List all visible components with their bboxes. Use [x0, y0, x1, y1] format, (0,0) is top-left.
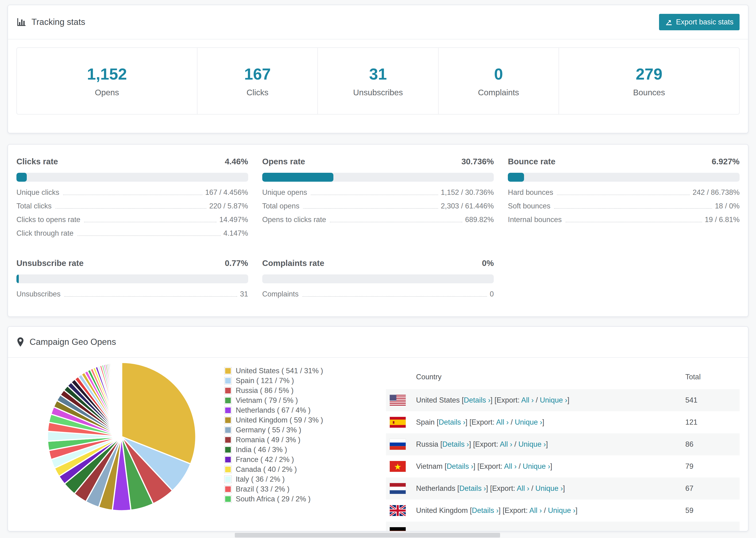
- campaign-geo-title: Campaign Geo Opens: [29, 337, 116, 347]
- bracket-text: ]: [546, 440, 548, 448]
- legend-item: Italy ( 36 / 2% ): [225, 476, 356, 483]
- rate-row-value: 0: [490, 290, 494, 298]
- rate-title: Unsubscribe rate: [17, 258, 83, 268]
- details-link[interactable]: Details ›: [447, 462, 473, 470]
- tracking-stats-card: Tracking stats Export basic stats 1,152O…: [8, 5, 748, 133]
- table-row-partial-de: [386, 521, 739, 531]
- legend-swatch: [225, 377, 232, 384]
- slash-text: /: [534, 396, 540, 404]
- rate-percent: 4.46%: [225, 157, 248, 166]
- legend-label: France ( 42 / 2% ): [236, 456, 294, 464]
- dotted-leader: [64, 296, 237, 297]
- dotted-leader: [55, 208, 206, 209]
- export-unique-link[interactable]: Unique ›: [514, 418, 542, 426]
- details-link[interactable]: Details ›: [464, 396, 490, 404]
- slash-text: /: [509, 418, 515, 426]
- country-flag-gb: [390, 505, 406, 516]
- progress-bar: [17, 173, 248, 182]
- rate-row: Unique opens1,152 / 30.736%: [262, 188, 494, 197]
- export-unique-link[interactable]: Unique ›: [518, 440, 546, 448]
- country-name: Spain: [416, 418, 437, 426]
- rate-row-value: 242 / 86.738%: [693, 188, 739, 197]
- export-unique-link[interactable]: Unique ›: [540, 396, 567, 404]
- rate-row-label: Opens to clicks rate: [262, 215, 326, 224]
- dotted-leader: [330, 222, 462, 222]
- rate-block-complaints-rate: Complaints rate0%Complaints0: [262, 258, 494, 298]
- export-unique-link[interactable]: Unique ›: [523, 462, 550, 470]
- tracking-stats-title-group: Tracking stats: [17, 17, 85, 27]
- stat-value: 167: [244, 65, 271, 83]
- geo-legend: United States ( 541 / 31% )Spain ( 121 /…: [225, 365, 356, 505]
- export-unique-link[interactable]: Unique ›: [535, 484, 563, 493]
- country-flag-es: [390, 417, 406, 428]
- slash-text: /: [542, 506, 548, 514]
- pie-slice-other[interactable]: [121, 362, 122, 437]
- stat-value: 0: [494, 65, 503, 83]
- total-cell: 59: [685, 506, 736, 515]
- details-link[interactable]: Details ›: [442, 440, 469, 448]
- campaign-geo-body: United States ( 541 / 31% )Spain ( 121 /…: [8, 358, 748, 531]
- export-basic-stats-button[interactable]: Export basic stats: [659, 14, 739, 30]
- country-name: United States: [416, 396, 462, 404]
- rate-rows: Unsubscribes31: [17, 290, 248, 298]
- legend-label: Netherlands ( 67 / 4% ): [236, 406, 311, 414]
- rate-title: Opens rate: [262, 157, 305, 166]
- slash-text: /: [529, 484, 535, 493]
- export-icon: [665, 18, 673, 26]
- legend-label: Spain ( 121 / 7% ): [236, 377, 294, 385]
- horizontal-scrollbar[interactable]: [235, 533, 500, 538]
- country-cell: United Kingdom [Details ›] [Export: All …: [416, 506, 685, 515]
- rate-percent: 0.77%: [225, 258, 248, 268]
- country-cell: Vietnam [Details ›] [Export: All › / Uni…: [416, 462, 685, 471]
- legend-item: United Kingdom ( 59 / 3% ): [225, 416, 356, 424]
- bracket-text: [: [470, 506, 472, 514]
- export-all-link[interactable]: All ›: [500, 440, 512, 448]
- country-flag-ru: [390, 439, 406, 450]
- rate-percent: 6.927%: [712, 157, 739, 166]
- country-name: Vietnam: [416, 462, 445, 470]
- dotted-leader: [303, 208, 438, 209]
- details-link[interactable]: Details ›: [459, 484, 486, 493]
- export-all-link[interactable]: All ›: [521, 396, 534, 404]
- rate-row: Opens to clicks rate689.82%: [262, 215, 494, 224]
- details-link[interactable]: Details ›: [439, 418, 465, 426]
- country-name: Russia: [416, 440, 440, 448]
- details-link[interactable]: Details ›: [472, 506, 499, 514]
- rate-row-value: 19 / 6.81%: [705, 215, 739, 224]
- progress-fill: [262, 173, 333, 182]
- export-all-link[interactable]: All ›: [529, 506, 542, 514]
- legend-item: Vietnam ( 79 / 5% ): [225, 397, 356, 404]
- rate-rows: Unique clicks167 / 4.456%Total clicks220…: [17, 188, 248, 238]
- slash-text: /: [516, 462, 523, 470]
- export-unique-link[interactable]: Unique ›: [548, 506, 575, 514]
- country-cell: United States [Details ›] [Export: All ›…: [416, 396, 685, 404]
- bracket-text: [: [440, 440, 442, 448]
- page-title: Tracking stats: [31, 17, 85, 27]
- rate-row: Soft bounces18 / 0%: [508, 202, 739, 210]
- legend-label: Vietnam ( 79 / 5% ): [236, 396, 298, 405]
- rate-block-opens-rate: Opens rate30.736%Unique opens1,152 / 30.…: [262, 157, 494, 224]
- legend-item: Canada ( 40 / 2% ): [225, 466, 356, 473]
- stat-label: Bounces: [633, 88, 665, 97]
- rate-row: Total opens2,303 / 61.446%: [262, 202, 494, 210]
- flag-column-spacer: [390, 372, 406, 382]
- legend-swatch: [225, 387, 232, 394]
- legend-item: Russia ( 86 / 5% ): [225, 387, 356, 394]
- summary-stat-complaints: 0Complaints: [438, 48, 559, 114]
- export-all-link[interactable]: All ›: [504, 462, 516, 470]
- export-all-link[interactable]: All ›: [496, 418, 509, 426]
- export-all-link[interactable]: All ›: [517, 484, 529, 493]
- total-cell: 86: [685, 440, 736, 449]
- export-prefix-text: ] [Export:: [499, 506, 529, 514]
- dotted-leader: [311, 194, 438, 195]
- table-row-es: Spain [Details ›] [Export: All › / Uniqu…: [386, 411, 739, 433]
- legend-swatch: [225, 407, 232, 414]
- legend-item: India ( 46 / 3% ): [225, 446, 356, 454]
- dotted-leader: [302, 296, 487, 297]
- country-name: United Kingdom: [416, 506, 470, 514]
- progress-bar: [17, 274, 248, 283]
- stat-value: 31: [369, 65, 387, 83]
- export-prefix-text: ] [Export:: [486, 484, 517, 493]
- rates-card: Clicks rate4.46%Unique clicks167 / 4.456…: [8, 144, 748, 317]
- legend-label: United States ( 541 / 31% ): [236, 367, 323, 375]
